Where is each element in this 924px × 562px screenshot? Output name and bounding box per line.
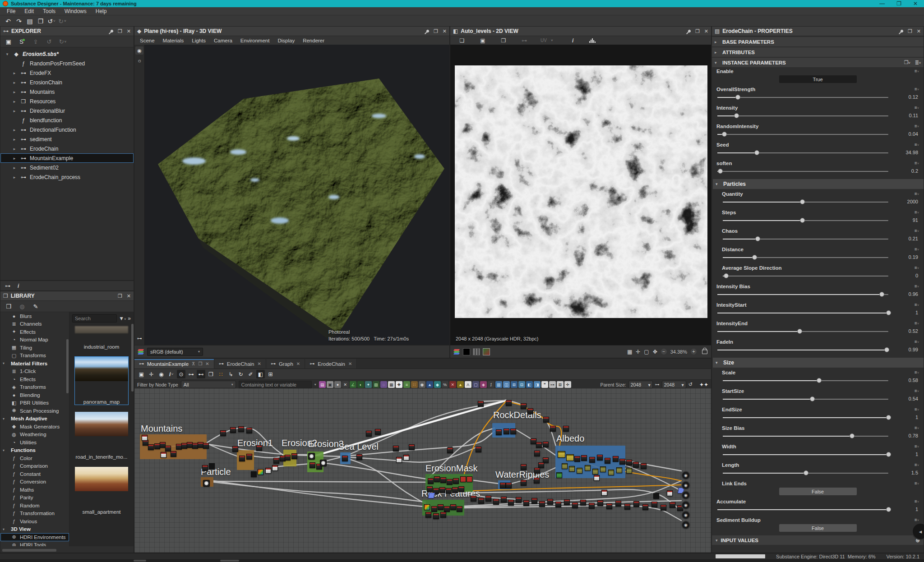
float-icon[interactable]: ❐ bbox=[118, 294, 122, 299]
wire[interactable] bbox=[453, 431, 494, 447]
graph-link-icon[interactable]: ⊶ bbox=[516, 36, 532, 45]
graph-node[interactable] bbox=[232, 446, 238, 452]
chevron-down-icon[interactable]: ▾ bbox=[716, 360, 720, 365]
library-item-transformation[interactable]: ƒTransformation bbox=[0, 510, 69, 518]
param-function-icon[interactable]: ≡˅ bbox=[915, 339, 919, 344]
library-item-conversion[interactable]: ƒConversion bbox=[0, 478, 69, 486]
wire[interactable] bbox=[324, 457, 342, 461]
reset-size-icon[interactable]: ↺ bbox=[688, 382, 693, 387]
camera-icon[interactable]: ◉ bbox=[135, 46, 143, 55]
graph-node[interactable] bbox=[536, 442, 542, 448]
graph-view-icon[interactable]: ⊷ bbox=[197, 370, 205, 378]
param-slider[interactable] bbox=[717, 134, 888, 135]
node-type-icon-30[interactable]: ⊶ bbox=[549, 381, 556, 388]
graph-node[interactable] bbox=[642, 504, 648, 510]
node-type-icon-10[interactable]: ✚ bbox=[396, 381, 402, 388]
graph-node[interactable] bbox=[356, 454, 362, 460]
slider-thumb[interactable] bbox=[754, 150, 759, 155]
library-item-effects[interactable]: ✦Effects bbox=[0, 328, 69, 336]
slider-thumb[interactable] bbox=[850, 433, 855, 438]
chevron-right-icon[interactable]: ▸ bbox=[12, 128, 17, 132]
graph-node[interactable] bbox=[597, 455, 603, 461]
node-type-icon-8[interactable]: ◌ bbox=[380, 381, 387, 388]
graph-node[interactable] bbox=[467, 476, 472, 482]
node-type-icon-27[interactable]: ◧ bbox=[526, 381, 533, 388]
graph-node[interactable] bbox=[272, 465, 278, 471]
search-caret[interactable]: ▾ bbox=[314, 382, 316, 387]
node-type-icon-3[interactable]: ✕ bbox=[342, 381, 349, 388]
slider-thumb[interactable] bbox=[886, 310, 891, 315]
filter-icon[interactable]: ▼˅ bbox=[119, 315, 126, 322]
graph-node[interactable] bbox=[424, 504, 430, 510]
graph-node[interactable] bbox=[478, 498, 484, 504]
graph-node[interactable] bbox=[457, 506, 462, 512]
graph-node[interactable] bbox=[485, 496, 491, 502]
library-item-blurs[interactable]: ●Blurs bbox=[0, 312, 69, 320]
graph-node[interactable] bbox=[440, 477, 446, 483]
graph-node[interactable] bbox=[273, 458, 279, 464]
graph-node[interactable] bbox=[667, 490, 673, 496]
library-thumbnail[interactable]: small_apartment bbox=[74, 466, 129, 515]
param-slider[interactable] bbox=[717, 97, 888, 98]
graph-node[interactable] bbox=[439, 487, 445, 493]
output-node-3[interactable]: ◉ bbox=[681, 501, 690, 510]
link-nodes-icon[interactable]: ⊶ bbox=[187, 370, 195, 378]
float-icon[interactable]: ❐ bbox=[695, 29, 700, 34]
grid-icon[interactable]: ▦ bbox=[627, 349, 632, 355]
pan-icon[interactable]: ✥ bbox=[653, 349, 657, 355]
param-slider[interactable] bbox=[723, 417, 888, 418]
graph-node[interactable] bbox=[566, 454, 574, 461]
pin-icon[interactable] bbox=[426, 29, 430, 33]
view3d-menu-lights[interactable]: Lights bbox=[188, 38, 209, 43]
float-icon[interactable]: ❐ bbox=[118, 29, 122, 34]
colorspace-select[interactable]: sRGB (default)▾ bbox=[147, 348, 203, 356]
graph-node[interactable] bbox=[258, 469, 263, 475]
param-toggle-button[interactable]: True bbox=[779, 75, 857, 83]
slider-thumb[interactable] bbox=[735, 95, 740, 100]
graph-node[interactable] bbox=[428, 478, 434, 484]
pin-icon[interactable] bbox=[688, 29, 691, 33]
graph-node[interactable] bbox=[434, 476, 440, 482]
node-type-icon-7[interactable]: ▨ bbox=[373, 381, 379, 388]
info-icon[interactable]: i bbox=[18, 283, 19, 289]
param-slider[interactable] bbox=[717, 294, 888, 295]
param-function-icon[interactable]: ≡˅ bbox=[915, 228, 919, 233]
library-item-channels[interactable]: ≣Channels bbox=[0, 320, 69, 328]
param-function-icon[interactable]: ≡˅ bbox=[915, 302, 919, 307]
node-type-icon-21[interactable]: ◈ bbox=[480, 381, 487, 388]
node-type-icon-28[interactable]: ◨ bbox=[534, 381, 541, 388]
tree-item-root[interactable]: ▾◆Erosion5.sbs* bbox=[0, 49, 134, 59]
graph-node[interactable] bbox=[594, 475, 600, 481]
output-node-1[interactable]: ◉ bbox=[681, 481, 690, 490]
menu-tools[interactable]: Tools bbox=[39, 8, 60, 15]
slider-thumb[interactable] bbox=[879, 292, 884, 297]
graph-node[interactable] bbox=[409, 444, 415, 450]
param-function-icon[interactable]: ≡˅ bbox=[915, 462, 919, 467]
tree-item-sediment02[interactable]: ▸⊶Sediment02 bbox=[0, 163, 134, 172]
graph-node[interactable] bbox=[366, 431, 372, 437]
graph-node[interactable] bbox=[471, 496, 476, 502]
node-type-icon-31[interactable]: ⊞ bbox=[557, 381, 564, 388]
param-slider[interactable] bbox=[717, 313, 888, 313]
slider-thumb[interactable] bbox=[886, 507, 891, 512]
graph-node[interactable] bbox=[450, 504, 456, 510]
graph-node[interactable] bbox=[171, 451, 176, 457]
restore-button[interactable]: ❐ bbox=[896, 0, 901, 7]
node-type-icon-22[interactable]: ⁒ bbox=[488, 381, 494, 388]
graph-node[interactable] bbox=[438, 504, 444, 510]
graph-node[interactable] bbox=[608, 470, 614, 475]
graph-node[interactable] bbox=[521, 403, 527, 409]
graph-node[interactable] bbox=[585, 465, 591, 471]
graph-node[interactable] bbox=[580, 500, 586, 506]
slider-thumb[interactable] bbox=[734, 113, 739, 118]
double-arrow-icon[interactable]: ✦✦ bbox=[699, 382, 708, 388]
graph-node[interactable] bbox=[569, 466, 575, 472]
channels-icon[interactable] bbox=[454, 349, 460, 355]
info-icon[interactable]: i˅ bbox=[167, 370, 176, 378]
library-item-comparison[interactable]: ƒComparison bbox=[0, 462, 69, 470]
pan-icon[interactable]: ✛ bbox=[147, 370, 156, 378]
node-type-icon-11[interactable]: ≡ bbox=[403, 381, 410, 388]
graph-node[interactable] bbox=[496, 429, 502, 435]
graph-node[interactable] bbox=[521, 464, 527, 470]
node-type-icon-20[interactable]: ▢ bbox=[472, 381, 479, 388]
